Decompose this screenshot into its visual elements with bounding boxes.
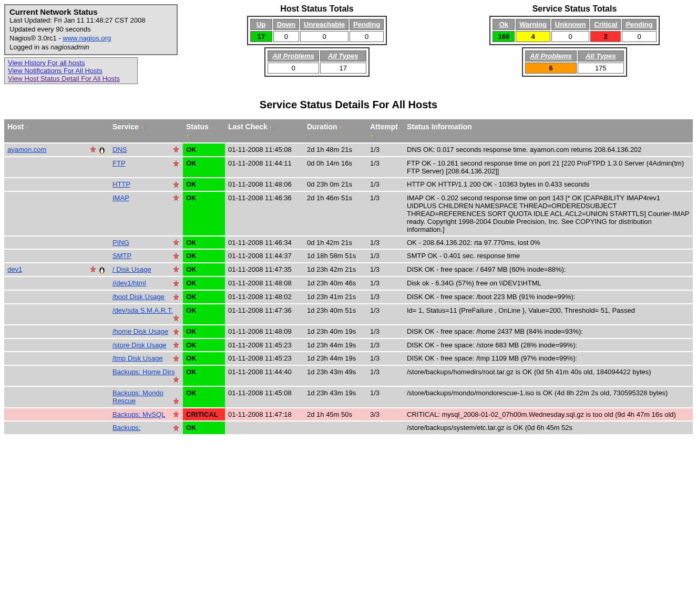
sort-desc-icon[interactable]: ↓	[144, 124, 147, 130]
service-link[interactable]: Backups: Mondo Rescue	[112, 389, 163, 405]
notification-star-icon[interactable]	[172, 280, 180, 288]
notification-star-icon[interactable]	[172, 342, 180, 349]
notification-star-icon[interactable]	[172, 239, 180, 247]
sort-desc-icon[interactable]: ↓	[373, 132, 376, 139]
service-link[interactable]: IMAP	[112, 194, 129, 202]
service-link[interactable]: /tmp Disk Usage	[112, 354, 162, 362]
col-service[interactable]: Service ↑↓	[109, 119, 183, 142]
notification-star-icon[interactable]	[89, 146, 97, 153]
val-svc-types[interactable]: 175	[578, 63, 624, 74]
hdr-pending[interactable]: Pending	[350, 19, 384, 30]
hdr-svc-pending[interactable]: Pending	[622, 19, 656, 30]
notification-star-icon[interactable]	[172, 376, 180, 384]
notification-star-icon[interactable]	[172, 411, 180, 418]
service-link[interactable]: SMTP	[112, 252, 131, 260]
hdr-unknown[interactable]: Unknown	[551, 19, 590, 30]
val-all-types[interactable]: 17	[320, 63, 366, 74]
val-warning[interactable]: 4	[516, 31, 550, 42]
info-cell: DISK OK - free space: / 6497 MB (60% ino…	[404, 263, 693, 276]
val-ok[interactable]: 169	[493, 31, 515, 42]
col-last-check[interactable]: Last Check ↑↓	[225, 119, 304, 142]
service-link[interactable]: PING	[112, 239, 129, 247]
notification-star-icon[interactable]	[172, 253, 180, 260]
val-up[interactable]: 17	[250, 31, 272, 42]
host-link[interactable]: dev1	[7, 265, 22, 273]
linux-os-icon[interactable]	[98, 146, 106, 154]
status-cell: OK	[183, 325, 225, 338]
hdr-ok[interactable]: Ok	[493, 19, 515, 30]
notification-star-icon[interactable]	[172, 315, 180, 322]
val-all-problems[interactable]: 0	[268, 63, 319, 74]
sort-desc-icon[interactable]: ↓	[272, 124, 275, 130]
status-cell: OK	[183, 157, 225, 177]
col-status[interactable]: Status↑↓	[183, 119, 225, 142]
notification-star-icon[interactable]	[172, 146, 180, 153]
service-link[interactable]: HTTP	[112, 180, 130, 188]
info-cell: OK - 208.64.136.202: rta 97.770ms, lost …	[404, 237, 693, 249]
hdr-all-types[interactable]: All Types	[320, 50, 366, 61]
notification-star-icon[interactable]	[172, 181, 180, 189]
info-cell: CRITICAL: mysql_2008-01-02_07h00m.Wednes…	[404, 408, 693, 421]
hdr-svc-types[interactable]: All Types	[578, 50, 624, 61]
val-critical[interactable]: 2	[590, 31, 621, 42]
notification-star-icon[interactable]	[172, 328, 180, 336]
service-link[interactable]: Backups: Home Dirs	[112, 368, 175, 376]
hdr-svc-problems[interactable]: All Problems	[525, 50, 576, 61]
info-cell: FTP OK - 10.261 second response time on …	[404, 157, 693, 177]
hdr-all-problems[interactable]: All Problems	[268, 50, 319, 61]
col-attempt-label: Attempt	[370, 122, 398, 131]
link-notifications[interactable]: View Notifications For All Hosts	[8, 67, 134, 75]
val-svc-pending[interactable]: 0	[622, 31, 656, 42]
val-unknown[interactable]: 0	[551, 31, 590, 42]
table-row: Backups: Home Dirs OK01-11-2008 11:44:40…	[4, 366, 693, 386]
attempt-cell: 1/3	[367, 192, 404, 235]
val-pending[interactable]: 0	[350, 31, 384, 42]
link-history[interactable]: View History For all hosts	[8, 59, 134, 67]
notification-star-icon[interactable]	[172, 160, 180, 168]
link-host-detail[interactable]: View Host Status Detail For All Hosts	[8, 75, 134, 83]
hdr-up[interactable]: Up	[250, 19, 272, 30]
notification-star-icon[interactable]	[172, 425, 180, 432]
service-link[interactable]: /dev/sda S.M.A.R.T.	[112, 306, 173, 314]
logged-user: nagiosadmin	[50, 43, 89, 51]
col-attempt[interactable]: Attempt↑↓	[367, 119, 404, 142]
service-link[interactable]: / Disk Usage	[112, 265, 151, 273]
notification-star-icon[interactable]	[172, 266, 180, 273]
service-link[interactable]: /home Disk Usage	[112, 327, 168, 335]
notification-star-icon[interactable]	[172, 194, 180, 202]
notification-star-icon[interactable]	[172, 398, 180, 405]
notification-star-icon[interactable]	[89, 266, 97, 273]
notification-star-icon[interactable]	[172, 294, 180, 301]
info-product-prefix: Nagios® 3.0rc1 -	[9, 34, 63, 42]
service-link[interactable]: FTP	[112, 159, 126, 167]
sort-desc-icon[interactable]: ↓	[189, 132, 192, 139]
linux-os-icon[interactable]	[98, 265, 106, 274]
host-cell	[4, 366, 109, 386]
last-check-cell	[225, 422, 304, 434]
val-down[interactable]: 0	[273, 31, 299, 42]
service-link[interactable]: /boot Disk Usage	[112, 293, 165, 301]
last-check-cell: 01-11-2008 11:46:34	[225, 237, 304, 249]
service-link[interactable]: DNS	[112, 146, 127, 153]
attempt-cell: 1/3	[367, 143, 404, 157]
col-host[interactable]: Host ↑↓	[4, 119, 109, 142]
hdr-unreach[interactable]: Unreachable	[300, 19, 348, 30]
nagios-url-link[interactable]: www.nagios.org	[63, 34, 111, 42]
col-duration[interactable]: Duration ↑↓	[304, 119, 367, 142]
service-link[interactable]: Backups: MySQL	[112, 410, 165, 418]
val-unreach[interactable]: 0	[300, 31, 348, 42]
service-link[interactable]: /store Disk Usage	[112, 341, 167, 349]
duration-cell: 1d 23h 44m 19s	[304, 339, 367, 352]
service-link[interactable]: Backups:	[112, 424, 140, 432]
hdr-critical[interactable]: Critical	[590, 19, 621, 30]
sort-desc-icon[interactable]: ↓	[307, 132, 310, 139]
service-link[interactable]: //dev1/html	[112, 279, 146, 287]
notification-star-icon[interactable]	[172, 355, 180, 363]
sort-asc-icon[interactable]: ↑	[339, 124, 342, 130]
sort-desc-icon[interactable]: ↓	[29, 124, 32, 130]
attempt-cell: 1/3	[367, 352, 404, 365]
hdr-warning[interactable]: Warning	[516, 19, 550, 30]
host-link[interactable]: ayamon.com	[7, 146, 46, 153]
hdr-down[interactable]: Down	[273, 19, 299, 30]
val-svc-problems[interactable]: 6	[525, 63, 576, 74]
